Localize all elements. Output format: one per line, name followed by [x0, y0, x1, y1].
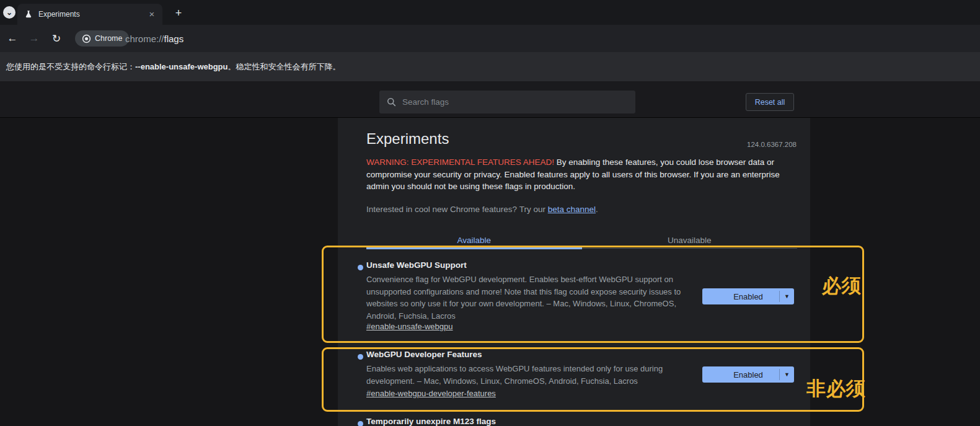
tab-unavailable[interactable]: Unavailable: [582, 233, 798, 248]
toolbar: ← → ↻ Chrome chrome://flags: [0, 25, 980, 52]
annotation-label-optional: 非必须: [806, 376, 866, 402]
beta-promo-text: Interested in cool new Chrome features? …: [366, 205, 598, 214]
chrome-chip[interactable]: Chrome: [75, 30, 129, 47]
annotation-label-required: 必须: [822, 273, 862, 299]
tab-search-button[interactable]: ⌄: [3, 6, 15, 19]
tab-experiments[interactable]: Experiments ×: [17, 4, 162, 25]
beta-channel-link[interactable]: beta channel: [548, 205, 596, 214]
flag-value: Enabled: [733, 370, 763, 379]
flags-search-band: Search flags Reset all: [0, 81, 980, 118]
chrome-chip-label: Chrome: [95, 34, 122, 43]
flags-tabs: Available Unavailable: [366, 233, 797, 249]
flag-permalink[interactable]: #enable-webgpu-developer-features: [366, 389, 496, 398]
tab-available[interactable]: Available: [366, 233, 582, 248]
url-path: flags: [164, 33, 184, 44]
flag-name: Temporarily unexpire M123 flags: [366, 417, 496, 426]
flag-row-unsafe-webgpu: Unsafe WebGPU Support Convenience flag f…: [366, 260, 795, 344]
flag-name: WebGPU Developer Features: [366, 350, 482, 359]
flags-content: Experiments 124.0.6367.208 WARNING: EXPE…: [338, 118, 810, 426]
flask-icon: [24, 10, 33, 19]
flag-row-partial: Temporarily unexpire M123 flags: [366, 417, 795, 426]
search-icon: [387, 97, 396, 107]
reset-all-button[interactable]: Reset all: [746, 93, 794, 111]
chrome-logo-icon: [82, 34, 91, 43]
flag-value-select[interactable]: Enabled ▼: [702, 288, 794, 304]
flag-name: Unsafe WebGPU Support: [366, 260, 467, 270]
flag-modified-dot: [358, 421, 363, 426]
search-input[interactable]: Search flags: [379, 91, 635, 113]
url-scheme: chrome://: [125, 33, 164, 44]
new-tab-button[interactable]: +: [171, 6, 186, 20]
flag-modified-dot: [358, 354, 363, 360]
flag-permalink[interactable]: #enable-unsafe-webgpu: [366, 322, 453, 331]
forward-button[interactable]: →: [27, 31, 42, 46]
flag-modified-dot: [358, 265, 363, 270]
back-button[interactable]: ←: [5, 31, 20, 46]
search-placeholder: Search flags: [402, 97, 449, 107]
tab-strip: ⌄ Experiments × +: [0, 0, 980, 25]
flag-value-select[interactable]: Enabled ▼: [702, 366, 794, 383]
warning-emphasis: WARNING: EXPERIMENTAL FEATURES AHEAD!: [366, 158, 554, 167]
experimental-warning-text: WARNING: EXPERIMENTAL FEATURES AHEAD! By…: [366, 156, 800, 193]
reload-button[interactable]: ↻: [49, 31, 64, 46]
flag-description: Enables web applications to access WebGP…: [366, 363, 695, 387]
command-line-warning-banner: 您使用的是不受支持的命令行标记：--enable-unsafe-webgpu。稳…: [0, 52, 980, 81]
address-bar[interactable]: chrome://flags: [125, 25, 183, 52]
chevron-down-icon: ⌄: [6, 8, 12, 17]
banner-text: 您使用的是不受支持的命令行标记：--enable-unsafe-webgpu。稳…: [6, 61, 341, 73]
flag-value: Enabled: [733, 292, 763, 301]
dropdown-arrow-icon: ▼: [784, 293, 790, 300]
page-title: Experiments: [366, 130, 449, 148]
tab-title: Experiments: [38, 10, 146, 19]
flag-description: Convenience flag for WebGPU development.…: [366, 273, 695, 322]
banner-flag-name: --enable-unsafe-webgpu: [135, 62, 228, 71]
dropdown-arrow-icon: ▼: [784, 371, 790, 378]
tab-close-icon[interactable]: ×: [146, 9, 157, 20]
version-label: 124.0.6367.208: [747, 141, 797, 148]
flag-row-webgpu-developer-features: WebGPU Developer Features Enables web ap…: [366, 350, 795, 412]
